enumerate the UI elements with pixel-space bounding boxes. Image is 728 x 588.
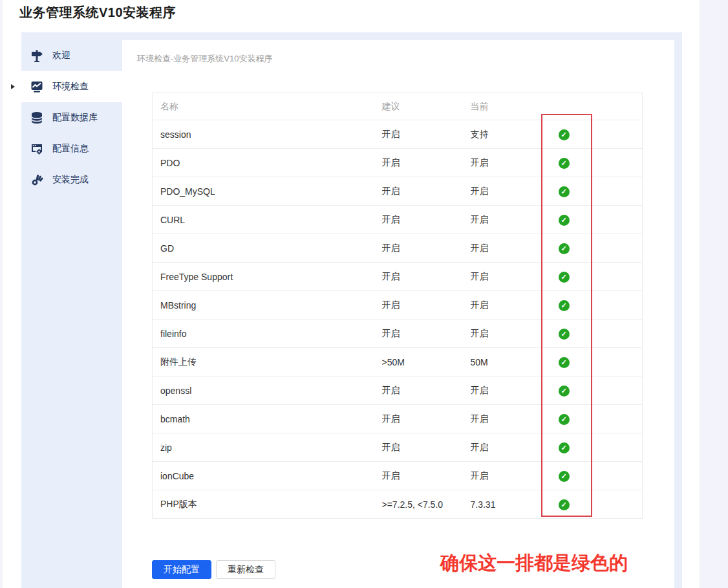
app-title: 业务管理系统V10安装程序 xyxy=(19,4,176,21)
table-row: PHP版本>=7.2.5, <7.5.07.3.31✓ xyxy=(153,490,643,519)
sidebar-item-config-database[interactable]: 配置数据库 xyxy=(21,102,122,133)
row-current: 50M xyxy=(471,348,550,376)
row-spacer xyxy=(602,234,643,263)
check-circle-icon: ✓ xyxy=(559,186,570,197)
row-spacer xyxy=(602,405,643,433)
monitor-chart-icon xyxy=(30,80,44,94)
sidebar-item-install-done[interactable]: 安装完成 xyxy=(21,164,122,195)
recheck-button[interactable]: 重新检查 xyxy=(216,560,275,579)
column-header: 建议 xyxy=(382,93,471,120)
check-circle-icon: ✓ xyxy=(559,386,570,397)
row-current: 开启 xyxy=(471,405,550,433)
table-row: FreeType Support开启开启✓ xyxy=(153,263,643,291)
row-spacer xyxy=(602,177,643,206)
table-row: ionCube开启开启✓ xyxy=(153,462,643,490)
sidebar-item-label: 欢迎 xyxy=(52,50,70,61)
row-spacer xyxy=(602,320,643,348)
row-name: PDO xyxy=(153,149,382,177)
column-header xyxy=(602,93,643,120)
table-row: openssl开启开启✓ xyxy=(153,376,643,405)
table-row: CURL开启开启✓ xyxy=(153,206,643,234)
row-suggested: 开启 xyxy=(382,376,471,405)
start-config-button[interactable]: 开始配置 xyxy=(152,560,211,579)
sidebar-item-label: 配置数据库 xyxy=(52,112,98,124)
row-suggested: >=7.2.5, <7.5.0 xyxy=(382,490,471,519)
row-current: 开启 xyxy=(471,206,550,234)
check-circle-icon: ✓ xyxy=(559,215,570,226)
row-name: ionCube xyxy=(153,462,382,490)
row-current: 开启 xyxy=(471,433,550,462)
check-circle-icon: ✓ xyxy=(559,300,570,311)
row-suggested: 开启 xyxy=(382,149,471,177)
check-circle-icon: ✓ xyxy=(559,243,570,254)
table-row: fileinfo开启开启✓ xyxy=(153,320,643,348)
row-suggested: 开启 xyxy=(382,234,471,263)
row-name: bcmath xyxy=(153,405,382,433)
check-circle-icon: ✓ xyxy=(559,329,570,340)
row-current: 支持 xyxy=(471,120,550,149)
row-name: MBstring xyxy=(153,291,382,320)
active-pointer-icon xyxy=(11,84,15,89)
row-suggested: 开启 xyxy=(382,177,471,206)
row-suggested: 开启 xyxy=(382,320,471,348)
database-icon xyxy=(30,111,44,125)
check-circle-icon: ✓ xyxy=(559,357,570,368)
row-name: GD xyxy=(153,234,382,263)
row-current: 开启 xyxy=(471,263,550,291)
table-row: bcmath开启开启✓ xyxy=(153,405,643,433)
row-suggested: 开启 xyxy=(382,291,471,320)
row-current: 开启 xyxy=(471,291,550,320)
row-suggested: >50M xyxy=(382,348,471,376)
main-content: 环境检查-业务管理系统V10安装程序 名称建议当前 session开启支持✓PD… xyxy=(122,40,674,588)
check-circle-icon: ✓ xyxy=(559,129,570,140)
check-circle-icon: ✓ xyxy=(559,442,570,453)
sidebar-item-env-check[interactable]: 环境检查 xyxy=(21,71,122,102)
row-current: 开启 xyxy=(471,462,550,490)
row-spacer xyxy=(602,462,643,490)
row-spacer xyxy=(602,263,643,291)
annotation-text: 确保这一排都是绿色的 xyxy=(440,550,628,576)
check-circle-icon: ✓ xyxy=(559,414,570,425)
row-name: session xyxy=(153,120,382,149)
row-spacer xyxy=(602,291,643,320)
column-header: 当前 xyxy=(471,93,550,120)
row-suggested: 开启 xyxy=(382,433,471,462)
sidebar-item-label: 安装完成 xyxy=(52,174,89,186)
check-circle-icon: ✓ xyxy=(559,499,570,510)
env-table-body: session开启支持✓PDO开启开启✓PDO_MySQL开启开启✓CURL开启… xyxy=(153,120,643,519)
row-current: 开启 xyxy=(471,234,550,263)
row-suggested: 开启 xyxy=(382,405,471,433)
row-current: 开启 xyxy=(471,320,550,348)
row-suggested: 开启 xyxy=(382,206,471,234)
sidebar-item-welcome[interactable]: 欢迎 xyxy=(21,40,122,71)
row-suggested: 开启 xyxy=(382,263,471,291)
row-name: openssl xyxy=(153,376,382,405)
table-row: 附件上传>50M50M✓ xyxy=(153,348,643,376)
check-circle-icon: ✓ xyxy=(559,158,570,169)
sidebar-item-label: 配置信息 xyxy=(52,143,89,155)
env-check-table-wrap: 名称建议当前 session开启支持✓PDO开启开启✓PDO_MySQL开启开启… xyxy=(152,93,642,519)
sidebar-item-label: 环境检查 xyxy=(52,81,89,93)
row-name: PHP版本 xyxy=(153,490,382,519)
sidebar-item-config-info[interactable]: 配置信息 xyxy=(21,133,122,164)
table-header-row: 名称建议当前 xyxy=(153,93,643,120)
row-spacer xyxy=(602,433,643,462)
row-spacer xyxy=(602,348,643,376)
content-header: 环境检查-业务管理系统V10安装程序 xyxy=(137,53,272,65)
row-suggested: 开启 xyxy=(382,462,471,490)
table-row: PDO_MySQL开启开启✓ xyxy=(153,177,643,206)
signpost-icon xyxy=(30,49,44,63)
table-row: PDO开启开启✓ xyxy=(153,149,643,177)
ok-hand-icon xyxy=(30,173,44,187)
page-card: 业务管理系统V10安装程序 欢迎 xyxy=(3,0,700,588)
row-spacer xyxy=(602,376,643,405)
row-current: 开启 xyxy=(471,376,550,405)
row-current: 开启 xyxy=(471,177,550,206)
row-spacer xyxy=(602,120,643,149)
row-spacer xyxy=(602,149,643,177)
column-header xyxy=(550,93,602,120)
row-current: 开启 xyxy=(471,149,550,177)
row-name: FreeType Support xyxy=(153,263,382,291)
installer-container: 欢迎 环境检查 xyxy=(21,32,682,588)
check-circle-icon: ✓ xyxy=(559,471,570,482)
